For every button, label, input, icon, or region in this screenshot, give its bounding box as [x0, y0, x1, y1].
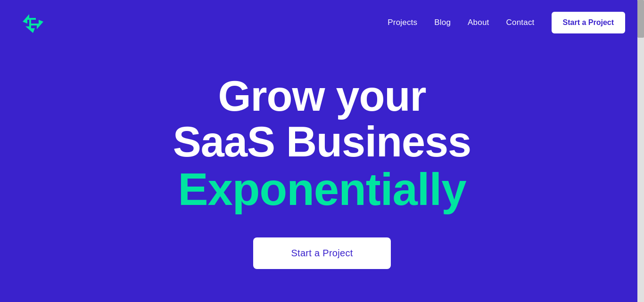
- nav-link-projects[interactable]: Projects: [388, 18, 417, 27]
- nav-link-contact[interactable]: Contact: [506, 18, 535, 27]
- hero-title-line2: SaaS Business: [173, 118, 471, 165]
- hero-title-line1: Grow your: [218, 73, 426, 120]
- logo[interactable]: [19, 8, 47, 37]
- nav-link-blog[interactable]: Blog: [434, 18, 451, 27]
- scrollbar-track[interactable]: [637, 0, 644, 302]
- nav-link-about[interactable]: About: [468, 18, 489, 27]
- page-wrapper: Projects Blog About Contact Start a Proj…: [0, 0, 644, 302]
- navbar-nav: Projects Blog About Contact Start a Proj…: [388, 12, 625, 33]
- nav-start-project-button[interactable]: Start a Project: [552, 12, 625, 33]
- hero-title: Grow your SaaS Business Exponentially: [173, 73, 471, 214]
- hero-title-accent: Exponentially: [173, 165, 471, 214]
- hero-start-project-button[interactable]: Start a Project: [253, 237, 390, 269]
- hero-section: Grow your SaaS Business Exponentially St…: [0, 45, 644, 302]
- svg-marker-1: [30, 20, 43, 29]
- logo-icon: [19, 8, 47, 37]
- navbar: Projects Blog About Contact Start a Proj…: [0, 0, 644, 45]
